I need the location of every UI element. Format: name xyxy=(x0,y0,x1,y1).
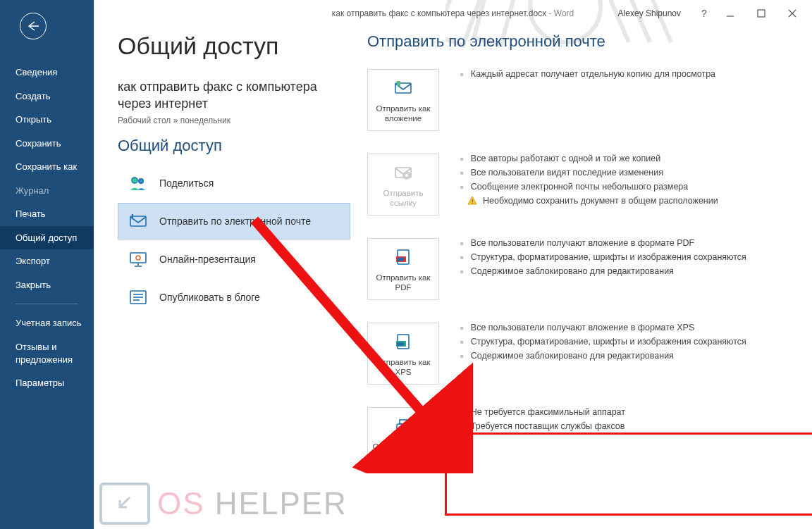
share-option-1[interactable]: Отправить по электронной почте xyxy=(118,203,350,239)
arrow-left-icon xyxy=(26,20,40,32)
minimize-button[interactable] xyxy=(715,3,746,24)
send-button-label: Отправить как вложение xyxy=(368,104,438,124)
svg-rect-26 xyxy=(400,420,407,424)
send-row-2: pdfОтправить как PDFВсе пользователи пол… xyxy=(367,238,791,300)
svg-rect-27 xyxy=(400,428,407,432)
envelope-icon xyxy=(393,77,413,99)
warning-icon: ! xyxy=(467,196,477,208)
send-button-label: Отправить как PDF xyxy=(368,273,438,293)
titlebar: как отправить факс с компьютера через ин… xyxy=(94,0,812,27)
account-name[interactable]: Alexey Shipunov xyxy=(618,8,681,18)
share-option-0[interactable]: Поделиться xyxy=(118,165,350,201)
svg-rect-15 xyxy=(397,81,400,86)
share-option-2[interactable]: Онлайн-презентация xyxy=(118,241,350,278)
sidebar-footer-item-2[interactable]: Параметры xyxy=(0,371,94,395)
bullet-item: Структура, форматирование, шрифты и изоб… xyxy=(460,337,791,347)
maximize-button[interactable] xyxy=(746,3,777,24)
sidebar-item-9[interactable]: Закрыть xyxy=(0,273,94,297)
sidebar-item-5[interactable]: Журнал xyxy=(0,179,94,203)
share-option-label: Отправить по электронной почте xyxy=(159,215,311,228)
send-row-3: xpsОтправить как XPSВсе пользователи пол… xyxy=(367,323,791,385)
send-bullets: Все пользователи получают вложение в фор… xyxy=(460,238,791,280)
svg-rect-8 xyxy=(130,253,146,263)
send-button-3[interactable]: xpsОтправить как XPS xyxy=(367,323,439,385)
sidebar-item-1[interactable]: Создать xyxy=(0,85,94,108)
document-name: как отправить факс с компьютера через ин… xyxy=(118,78,350,113)
bullet-item: Все авторы работают с одной и той же коп… xyxy=(460,154,791,163)
bullet-item: Содержимое заблокировано для редактирова… xyxy=(460,266,791,276)
send-button-label: Отправить как XPS xyxy=(368,357,438,378)
bullet-item: Структура, форматирование, шрифты и изоб… xyxy=(460,252,791,262)
svg-point-9 xyxy=(136,256,140,260)
email-icon xyxy=(125,211,151,232)
share-section-heading: Общий доступ xyxy=(118,137,350,155)
people-icon xyxy=(125,173,151,194)
bullet-item: Содержимое заблокировано для редактирова… xyxy=(460,351,791,361)
sidebar-item-7[interactable]: Общий доступ xyxy=(0,226,94,250)
share-option-label: Поделиться xyxy=(159,177,214,189)
sidebar-item-2[interactable]: Открыть xyxy=(0,108,94,132)
share-option-label: Онлайн-презентация xyxy=(159,253,256,266)
svg-text:pdf: pdf xyxy=(398,257,404,261)
sidebar-footer-item-1[interactable]: Отзывы и предложения xyxy=(0,335,94,371)
send-bullets: Все пользователи получают вложение в фор… xyxy=(460,323,791,365)
email-panel-title: Отправить по электронной почте xyxy=(367,32,791,51)
send-row-1: Отправить ссылкуВсе авторы работают с од… xyxy=(367,154,791,216)
bullet-item: Каждый адресат получает отдельную копию … xyxy=(460,69,791,79)
sidebar-footer-item-0[interactable]: Учетная запись xyxy=(0,311,94,335)
svg-rect-4 xyxy=(758,10,765,17)
bullet-item: Требуется поставщик службы факсов xyxy=(460,421,791,431)
share-option-3[interactable]: Опубликовать в блоге xyxy=(118,279,350,316)
back-button[interactable] xyxy=(20,13,47,39)
sidebar-separator xyxy=(16,304,78,304)
send-button-4[interactable]: Отправить факс через Интернет xyxy=(367,407,439,469)
bullet-item: Все пользователи получают вложение в фор… xyxy=(460,323,791,332)
svg-point-6 xyxy=(139,178,143,182)
send-button-label: Отправить ссылку xyxy=(368,188,438,209)
pdf-icon: pdf xyxy=(393,246,413,268)
send-row-4: Отправить факс через ИнтернетНе требуетс… xyxy=(367,407,791,469)
link-icon xyxy=(393,161,413,184)
send-button-1: Отправить ссылку xyxy=(367,154,439,216)
bullet-item: Не требуется факсимильный аппарат xyxy=(460,407,791,417)
bullet-item: Все пользователи видят последние изменен… xyxy=(460,168,791,178)
send-button-2[interactable]: pdfОтправить как PDF xyxy=(367,238,439,300)
backstage-sidebar: СведенияСоздатьОткрытьСохранитьСохранить… xyxy=(0,0,94,529)
share-option-label: Опубликовать в блоге xyxy=(159,291,260,304)
svg-text:!: ! xyxy=(472,198,474,205)
sidebar-item-8[interactable]: Экспорт xyxy=(0,249,94,273)
send-row-0: Отправить как вложениеКаждый адресат пол… xyxy=(367,69,791,131)
blog-icon xyxy=(125,287,151,308)
sidebar-item-6[interactable]: Печать xyxy=(0,202,94,226)
sidebar-item-4[interactable]: Сохранить как xyxy=(0,155,94,179)
bullet-item: Сообщение электронной почты небольшого р… xyxy=(460,182,791,192)
xps-icon: xps xyxy=(393,330,413,353)
page-title: Общий доступ xyxy=(118,32,350,60)
help-button[interactable]: ? xyxy=(694,3,715,24)
fax-icon xyxy=(393,415,413,437)
send-button-label: Отправить факс через Интернет xyxy=(368,442,438,462)
send-button-0[interactable]: Отправить как вложение xyxy=(367,69,439,131)
bullet-warning: !Необходимо сохранить документ в общем р… xyxy=(460,196,791,208)
send-bullets: Не требуется факсимильный аппаратТребует… xyxy=(460,407,791,435)
breadcrumb: Рабочий стол » понедельник xyxy=(118,116,350,125)
sidebar-item-3[interactable]: Сохранить xyxy=(0,132,94,156)
present-icon xyxy=(125,249,151,270)
main-area: как отправить факс с компьютера через ин… xyxy=(94,0,812,529)
sidebar-item-0[interactable]: Сведения xyxy=(0,61,94,85)
svg-point-5 xyxy=(132,178,137,183)
close-button[interactable] xyxy=(777,3,808,24)
send-bullets: Каждый адресат получает отдельную копию … xyxy=(460,69,791,83)
send-bullets: Все авторы работают с одной и той же коп… xyxy=(460,154,791,212)
svg-text:xps: xps xyxy=(398,342,404,346)
bullet-item: Все пользователи получают вложение в фор… xyxy=(460,238,791,248)
